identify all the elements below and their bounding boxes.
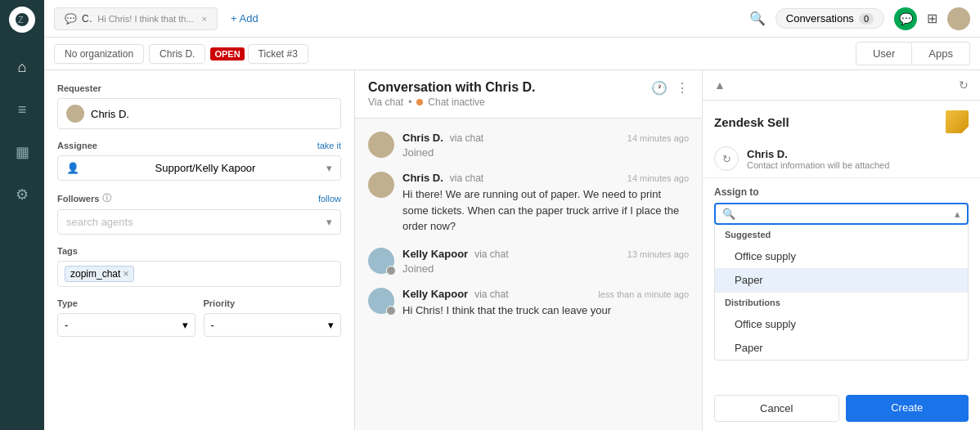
follow-link[interactable]: follow (318, 194, 341, 204)
message-content: Chris D. via chat 14 minutes ago Hi ther… (402, 172, 689, 235)
type-select[interactable]: - ▾ (57, 313, 196, 337)
message-group: Kelly Kapoor via chat 13 minutes ago Joi… (368, 248, 689, 275)
nav-tickets-icon[interactable]: ≡ (9, 96, 35, 123)
message-time: 13 minutes ago (627, 249, 689, 259)
agent-badge (386, 266, 396, 275)
tag-remove-button[interactable]: × (123, 268, 128, 280)
search-agents-field[interactable]: search agents ▾ (57, 209, 341, 235)
sell-logo (946, 110, 969, 133)
message-time: less than a minute ago (598, 289, 689, 299)
dropdown-item-office-supply-suggested[interactable]: Office supply (715, 244, 968, 268)
tag-value: zopim_chat (70, 268, 120, 280)
type-chevron-icon: ▾ (182, 319, 188, 331)
requester-avatar (66, 105, 84, 123)
nav-home-icon[interactable]: ⌂ (9, 54, 35, 80)
dropdown-item-paper-dist[interactable]: Paper (715, 336, 968, 360)
take-it-link[interactable]: take it (317, 141, 341, 150)
dropdown-item-office-supply-dist[interactable]: Office supply (715, 312, 968, 336)
contact-details: Chris D. Contact information will be att… (747, 148, 889, 170)
create-button[interactable]: Create (846, 395, 969, 422)
content-area: Requester Chris D. Assignee take it 👤 Su… (44, 70, 980, 430)
sender-avatar-kelly (368, 248, 394, 274)
type-label: Type (57, 298, 196, 308)
tab-user[interactable]: User (856, 42, 912, 65)
chat-header: Conversation with Chris D. Via chat • Ch… (355, 70, 702, 119)
breadcrumb-ticket[interactable]: OPEN Ticket #3 (210, 44, 308, 64)
assign-search-box[interactable]: 🔍 ▴ (714, 203, 969, 225)
chat-status-label: Chat inactive (428, 96, 484, 108)
action-buttons: Cancel Create (703, 387, 980, 430)
search-agents-placeholder: search agents (66, 216, 133, 228)
dropdown-list: Suggested Office supply Paper Distributi… (714, 225, 969, 361)
status-indicator: 💬 (894, 7, 917, 30)
conversations-count: 0 (859, 13, 874, 25)
search-icon[interactable]: 🔍 (749, 11, 766, 26)
tab-preview: Hi Chris! I think that th... (97, 14, 193, 24)
priority-label: Priority (204, 298, 342, 308)
breadcrumb-no-org[interactable]: No organization (54, 44, 144, 64)
refresh-icon[interactable]: ↻ (959, 78, 969, 92)
message-sender: Chris D. (402, 132, 443, 144)
assignee-label: Assignee take it (57, 141, 341, 150)
tags-label: Tags (57, 246, 341, 256)
add-button[interactable]: + Add (224, 9, 265, 28)
message-sender: Kelly Kapoor (402, 288, 468, 300)
collapse-button[interactable]: ▲ (714, 78, 726, 92)
chat-panel: Conversation with Chris D. Via chat • Ch… (355, 70, 702, 430)
dropdown-item-paper-suggested[interactable]: Paper (715, 268, 968, 292)
contact-icon: ↻ (714, 146, 739, 171)
nav-analytics-icon[interactable]: ▦ (9, 139, 35, 165)
message-group: Chris D. via chat 14 minutes ago Hi ther… (368, 172, 689, 235)
tab-close-button[interactable]: × (202, 14, 207, 24)
message-via: via chat (474, 249, 508, 260)
message-sender: Chris D. (402, 172, 443, 184)
chat-title: Conversation with Chris D. (368, 80, 535, 95)
conversations-button[interactable]: Conversations 0 (775, 8, 884, 29)
breadcrumb-name[interactable]: Chris D. (149, 44, 205, 64)
contact-info-row: ↻ Chris D. Contact information will be a… (703, 140, 980, 178)
assign-search-input[interactable] (740, 208, 955, 220)
chat-subtitle: Via chat • Chat inactive (368, 96, 535, 108)
right-panel: ▲ ↻ Zendesk Sell ↻ Chris D. Contact info… (702, 70, 980, 430)
message-via: via chat (450, 132, 483, 144)
priority-select[interactable]: - ▾ (204, 313, 342, 337)
breadcrumb-bar: No organization Chris D. OPEN Ticket #3 … (44, 38, 980, 70)
main-area: 💬 Chris D. Hi Chris! I think that th... … (44, 0, 980, 430)
message-via: via chat (450, 172, 483, 184)
status-dot: • (408, 96, 411, 108)
search-icon: 🔍 (722, 208, 735, 220)
history-icon[interactable]: 🕐 (651, 80, 668, 96)
info-icon[interactable]: ⓘ (102, 192, 111, 204)
priority-chevron-icon: ▾ (328, 319, 334, 331)
nav-settings-icon[interactable]: ⚙ (9, 181, 35, 208)
agent-badge (386, 306, 396, 316)
message-text: Joined (402, 262, 689, 275)
zendesk-sell-title: Zendesk Sell (714, 115, 789, 129)
sender-avatar (368, 132, 394, 158)
add-label: + Add (231, 12, 258, 25)
left-panel: Requester Chris D. Assignee take it 👤 Su… (44, 70, 355, 430)
grid-icon[interactable]: ⊞ (927, 11, 937, 26)
tab-apps[interactable]: Apps (912, 42, 970, 65)
via-label: Via chat (368, 96, 403, 108)
top-bar: 💬 Chris D. Hi Chris! I think that th... … (44, 0, 980, 38)
conversations-label: Conversations (786, 12, 854, 25)
zendesk-sell-header: Zendesk Sell (703, 101, 980, 140)
sender-avatar (368, 172, 394, 198)
left-navigation: Z ⌂ ≡ ▦ ⚙ (0, 0, 44, 430)
user-avatar[interactable] (947, 7, 970, 30)
open-tab[interactable]: 💬 Chris D. Hi Chris! I think that th... … (54, 7, 218, 30)
assignee-field[interactable]: 👤 Support/Kelly Kapoor ▾ (57, 155, 341, 181)
more-options-icon[interactable]: ⋮ (676, 80, 689, 96)
message-text: Joined (402, 146, 689, 159)
app-logo: Z (9, 7, 35, 33)
cancel-button[interactable]: Cancel (714, 395, 839, 422)
priority-value: - (211, 319, 214, 331)
contact-name: Chris D. (747, 148, 889, 160)
message-content: Chris D. via chat 14 minutes ago Joined (402, 132, 689, 159)
requester-field[interactable]: Chris D. (57, 98, 341, 129)
ticket-label[interactable]: Ticket #3 (248, 44, 308, 64)
tags-field[interactable]: zopim_chat × (57, 261, 341, 287)
chevron-down-icon: ▾ (326, 162, 332, 174)
chat-icon: 💬 (899, 12, 913, 25)
